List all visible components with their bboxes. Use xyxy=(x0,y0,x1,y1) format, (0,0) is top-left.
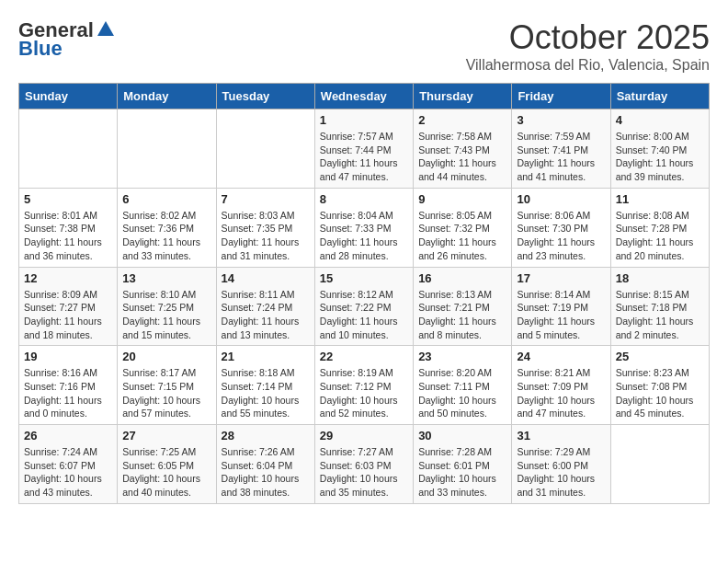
week-row-5: 26Sunrise: 7:24 AMSunset: 6:07 PMDayligh… xyxy=(19,425,710,504)
week-row-1: 1Sunrise: 7:57 AMSunset: 7:44 PMDaylight… xyxy=(19,109,710,189)
day-header-thursday: Thursday xyxy=(414,84,512,109)
day-info: Sunrise: 8:17 AMSunset: 7:15 PMDaylight:… xyxy=(122,366,210,420)
day-info: Sunrise: 8:09 AMSunset: 7:27 PMDaylight:… xyxy=(24,288,112,342)
calendar-cell: 6Sunrise: 8:02 AMSunset: 7:36 PMDaylight… xyxy=(118,188,216,267)
day-header-saturday: Saturday xyxy=(610,84,709,109)
calendar-cell: 26Sunrise: 7:24 AMSunset: 6:07 PMDayligh… xyxy=(19,425,118,504)
day-header-friday: Friday xyxy=(512,84,610,109)
calendar-cell: 7Sunrise: 8:03 AMSunset: 7:35 PMDaylight… xyxy=(216,188,314,267)
day-number: 22 xyxy=(320,350,408,363)
day-number: 9 xyxy=(418,192,506,206)
svg-marker-0 xyxy=(97,21,114,36)
day-number: 3 xyxy=(517,113,605,127)
calendar-cell: 9Sunrise: 8:05 AMSunset: 7:32 PMDaylight… xyxy=(414,188,512,267)
day-info: Sunrise: 8:03 AMSunset: 7:35 PMDaylight:… xyxy=(222,209,310,263)
calendar-cell: 13Sunrise: 8:10 AMSunset: 7:25 PMDayligh… xyxy=(118,267,216,346)
day-info: Sunrise: 7:58 AMSunset: 7:43 PMDaylight:… xyxy=(418,130,506,184)
day-info: Sunrise: 7:28 AMSunset: 6:01 PMDaylight:… xyxy=(418,445,506,500)
day-number: 8 xyxy=(320,192,408,206)
day-info: Sunrise: 7:25 AMSunset: 6:05 PMDaylight:… xyxy=(122,445,210,500)
day-number: 13 xyxy=(122,271,210,285)
calendar-cell: 10Sunrise: 8:06 AMSunset: 7:30 PMDayligh… xyxy=(512,188,610,267)
day-info: Sunrise: 8:12 AMSunset: 7:22 PMDaylight:… xyxy=(320,288,408,342)
day-info: Sunrise: 8:06 AMSunset: 7:30 PMDaylight:… xyxy=(517,209,605,263)
calendar-cell xyxy=(118,109,216,189)
day-info: Sunrise: 8:21 AMSunset: 7:09 PMDaylight:… xyxy=(517,366,605,420)
calendar-cell: 5Sunrise: 8:01 AMSunset: 7:38 PMDaylight… xyxy=(19,188,118,267)
calendar-cell: 31Sunrise: 7:29 AMSunset: 6:00 PMDayligh… xyxy=(512,425,610,504)
calendar-cell: 27Sunrise: 7:25 AMSunset: 6:05 PMDayligh… xyxy=(118,425,216,504)
calendar-cell: 25Sunrise: 8:23 AMSunset: 7:08 PMDayligh… xyxy=(610,346,709,425)
day-header-monday: Monday xyxy=(118,84,216,109)
day-number: 15 xyxy=(320,271,408,285)
calendar-cell: 30Sunrise: 7:28 AMSunset: 6:01 PMDayligh… xyxy=(414,425,512,504)
day-number: 1 xyxy=(320,113,408,127)
day-info: Sunrise: 7:27 AMSunset: 6:03 PMDaylight:… xyxy=(320,445,408,500)
week-row-4: 19Sunrise: 8:16 AMSunset: 7:16 PMDayligh… xyxy=(19,346,710,425)
day-info: Sunrise: 8:15 AMSunset: 7:18 PMDaylight:… xyxy=(616,288,704,342)
logo-blue-text: Blue xyxy=(18,37,63,61)
day-info: Sunrise: 8:04 AMSunset: 7:33 PMDaylight:… xyxy=(320,209,408,263)
day-number: 19 xyxy=(24,350,112,363)
day-info: Sunrise: 8:20 AMSunset: 7:11 PMDaylight:… xyxy=(418,366,506,420)
calendar-cell: 20Sunrise: 8:17 AMSunset: 7:15 PMDayligh… xyxy=(118,346,216,425)
day-info: Sunrise: 8:18 AMSunset: 7:14 PMDaylight:… xyxy=(222,366,310,420)
day-number: 16 xyxy=(418,271,506,285)
location-title: Villahermosa del Rio, Valencia, Spain xyxy=(466,57,710,74)
calendar-cell: 14Sunrise: 8:11 AMSunset: 7:24 PMDayligh… xyxy=(216,267,314,346)
calendar-cell: 4Sunrise: 8:00 AMSunset: 7:40 PMDaylight… xyxy=(610,109,709,189)
day-info: Sunrise: 7:24 AMSunset: 6:07 PMDaylight:… xyxy=(24,445,112,500)
day-number: 31 xyxy=(517,429,605,442)
day-number: 20 xyxy=(122,350,210,363)
day-number: 24 xyxy=(517,350,605,363)
calendar-table: SundayMondayTuesdayWednesdayThursdayFrid… xyxy=(18,83,710,504)
day-info: Sunrise: 8:13 AMSunset: 7:21 PMDaylight:… xyxy=(418,288,506,342)
day-info: Sunrise: 8:19 AMSunset: 7:12 PMDaylight:… xyxy=(320,366,408,420)
day-info: Sunrise: 8:00 AMSunset: 7:40 PMDaylight:… xyxy=(616,130,704,184)
days-of-week-row: SundayMondayTuesdayWednesdayThursdayFrid… xyxy=(19,84,710,109)
day-number: 26 xyxy=(24,429,112,442)
day-info: Sunrise: 8:16 AMSunset: 7:16 PMDaylight:… xyxy=(24,366,112,420)
day-number: 25 xyxy=(616,350,704,363)
calendar-header: SundayMondayTuesdayWednesdayThursdayFrid… xyxy=(19,84,710,109)
day-info: Sunrise: 7:29 AMSunset: 6:00 PMDaylight:… xyxy=(517,445,605,500)
day-number: 7 xyxy=(222,192,310,206)
logo: General Blue xyxy=(18,18,116,61)
day-info: Sunrise: 8:08 AMSunset: 7:28 PMDaylight:… xyxy=(616,209,704,263)
week-row-3: 12Sunrise: 8:09 AMSunset: 7:27 PMDayligh… xyxy=(19,267,710,346)
calendar-cell: 28Sunrise: 7:26 AMSunset: 6:04 PMDayligh… xyxy=(216,425,314,504)
calendar-cell: 23Sunrise: 8:20 AMSunset: 7:11 PMDayligh… xyxy=(414,346,512,425)
day-info: Sunrise: 8:02 AMSunset: 7:36 PMDaylight:… xyxy=(122,209,210,263)
calendar-cell: 2Sunrise: 7:58 AMSunset: 7:43 PMDaylight… xyxy=(414,109,512,189)
calendar-cell: 21Sunrise: 8:18 AMSunset: 7:14 PMDayligh… xyxy=(216,346,314,425)
day-header-tuesday: Tuesday xyxy=(216,84,314,109)
month-title: October 2025 xyxy=(466,18,710,57)
calendar-cell: 1Sunrise: 7:57 AMSunset: 7:44 PMDaylight… xyxy=(314,109,413,189)
day-info: Sunrise: 8:10 AMSunset: 7:25 PMDaylight:… xyxy=(122,288,210,342)
calendar-cell: 24Sunrise: 8:21 AMSunset: 7:09 PMDayligh… xyxy=(512,346,610,425)
calendar-cell: 17Sunrise: 8:14 AMSunset: 7:19 PMDayligh… xyxy=(512,267,610,346)
day-number: 18 xyxy=(616,271,704,285)
calendar-cell: 29Sunrise: 7:27 AMSunset: 6:03 PMDayligh… xyxy=(314,425,413,504)
day-number: 30 xyxy=(418,429,506,442)
day-number: 29 xyxy=(320,429,408,442)
day-number: 11 xyxy=(616,192,704,206)
day-info: Sunrise: 8:23 AMSunset: 7:08 PMDaylight:… xyxy=(616,366,704,420)
calendar-cell: 8Sunrise: 8:04 AMSunset: 7:33 PMDaylight… xyxy=(314,188,413,267)
calendar-cell xyxy=(216,109,314,189)
day-number: 28 xyxy=(222,429,310,442)
day-number: 12 xyxy=(24,271,112,285)
week-row-2: 5Sunrise: 8:01 AMSunset: 7:38 PMDaylight… xyxy=(19,188,710,267)
title-area: October 2025 Villahermosa del Rio, Valen… xyxy=(466,18,710,74)
calendar-cell: 19Sunrise: 8:16 AMSunset: 7:16 PMDayligh… xyxy=(19,346,118,425)
day-number: 21 xyxy=(222,350,310,363)
day-info: Sunrise: 8:05 AMSunset: 7:32 PMDaylight:… xyxy=(418,209,506,263)
day-info: Sunrise: 7:59 AMSunset: 7:41 PMDaylight:… xyxy=(517,130,605,184)
calendar-cell: 3Sunrise: 7:59 AMSunset: 7:41 PMDaylight… xyxy=(512,109,610,189)
calendar-cell: 22Sunrise: 8:19 AMSunset: 7:12 PMDayligh… xyxy=(314,346,413,425)
calendar-cell: 16Sunrise: 8:13 AMSunset: 7:21 PMDayligh… xyxy=(414,267,512,346)
day-number: 4 xyxy=(616,113,704,127)
day-header-wednesday: Wednesday xyxy=(314,84,413,109)
day-info: Sunrise: 7:57 AMSunset: 7:44 PMDaylight:… xyxy=(320,130,408,184)
calendar-cell xyxy=(19,109,118,189)
